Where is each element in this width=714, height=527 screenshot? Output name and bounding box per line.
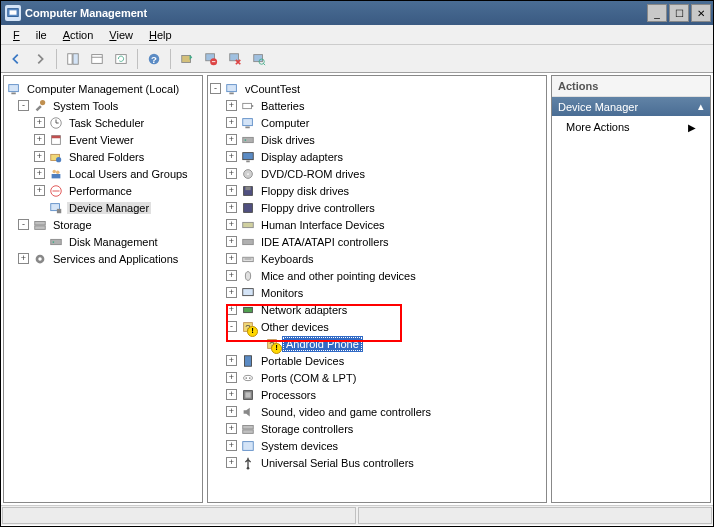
svg-rect-66 bbox=[245, 355, 252, 366]
nav-performance[interactable]: Performance bbox=[67, 185, 134, 197]
device-item[interactable]: Universal Serial Bus controllers bbox=[259, 457, 416, 469]
svg-point-37 bbox=[53, 241, 55, 243]
menu-action[interactable]: Action bbox=[55, 27, 102, 43]
expand-toggle[interactable]: - bbox=[18, 100, 29, 111]
expand-toggle[interactable]: + bbox=[226, 253, 237, 264]
svg-rect-45 bbox=[245, 126, 249, 128]
device-item[interactable]: Processors bbox=[259, 389, 318, 401]
expand-toggle[interactable]: + bbox=[226, 236, 237, 247]
expand-toggle[interactable]: - bbox=[210, 83, 221, 94]
storage-icon bbox=[240, 421, 256, 437]
device-item[interactable]: Ports (COM & LPT) bbox=[259, 372, 358, 384]
device-item[interactable]: Batteries bbox=[259, 100, 306, 112]
expand-toggle[interactable]: + bbox=[226, 389, 237, 400]
svg-rect-24 bbox=[52, 135, 61, 138]
ide-icon bbox=[240, 234, 256, 250]
expand-toggle[interactable]: + bbox=[226, 287, 237, 298]
device-item[interactable]: Floppy disk drives bbox=[259, 185, 351, 197]
device-item[interactable]: Computer bbox=[259, 117, 311, 129]
nav-task-scheduler[interactable]: Task Scheduler bbox=[67, 117, 146, 129]
svg-rect-2 bbox=[68, 53, 72, 64]
device-item[interactable]: Storage controllers bbox=[259, 423, 355, 435]
expand-toggle[interactable]: + bbox=[226, 202, 237, 213]
svg-rect-43 bbox=[252, 105, 254, 107]
keyboard-icon bbox=[240, 251, 256, 267]
scan-hardware-button[interactable] bbox=[248, 48, 270, 70]
expand-toggle[interactable]: + bbox=[226, 406, 237, 417]
menu-view[interactable]: View bbox=[101, 27, 141, 43]
device-item[interactable]: Android Phone bbox=[283, 337, 362, 351]
expand-toggle[interactable]: + bbox=[226, 185, 237, 196]
nav-event-viewer[interactable]: Event Viewer bbox=[67, 134, 136, 146]
device-item[interactable]: Other devices bbox=[259, 321, 331, 333]
forward-button[interactable] bbox=[29, 48, 51, 70]
nav-storage[interactable]: Storage bbox=[51, 219, 94, 231]
expand-toggle[interactable]: + bbox=[226, 440, 237, 451]
device-item[interactable]: Floppy drive controllers bbox=[259, 202, 377, 214]
expand-toggle[interactable]: - bbox=[18, 219, 29, 230]
expand-toggle[interactable]: - bbox=[226, 321, 237, 332]
menu-file[interactable]: File bbox=[5, 27, 55, 43]
expand-toggle[interactable]: + bbox=[226, 117, 237, 128]
expand-toggle[interactable]: + bbox=[34, 168, 45, 179]
shared-icon bbox=[48, 149, 64, 165]
expand-toggle[interactable]: + bbox=[226, 372, 237, 383]
svg-rect-36 bbox=[51, 239, 62, 244]
svg-rect-17 bbox=[9, 84, 19, 91]
properties-button[interactable] bbox=[86, 48, 108, 70]
expand-toggle[interactable]: + bbox=[34, 185, 45, 196]
device-item[interactable]: Network adapters bbox=[259, 304, 349, 316]
device-item[interactable]: Mice and other pointing devices bbox=[259, 270, 418, 282]
expand-toggle[interactable]: + bbox=[226, 219, 237, 230]
nav-shared-folders[interactable]: Shared Folders bbox=[67, 151, 146, 163]
expand-toggle[interactable]: + bbox=[226, 134, 237, 145]
show-hide-tree-button[interactable] bbox=[62, 48, 84, 70]
menu-help[interactable]: Help bbox=[141, 27, 180, 43]
device-item[interactable]: Monitors bbox=[259, 287, 305, 299]
device-item[interactable]: IDE ATA/ATAPI controllers bbox=[259, 236, 391, 248]
storage-icon bbox=[32, 217, 48, 233]
refresh-button[interactable] bbox=[110, 48, 132, 70]
actions-section[interactable]: Device Manager ▴ bbox=[552, 97, 710, 116]
more-actions[interactable]: More Actions ▶ bbox=[552, 116, 710, 138]
device-item[interactable]: System devices bbox=[259, 440, 340, 452]
computer-mgmt-icon bbox=[6, 81, 22, 97]
expand-toggle[interactable]: + bbox=[18, 253, 29, 264]
nav-disk-management[interactable]: Disk Management bbox=[67, 236, 160, 248]
expand-toggle[interactable]: + bbox=[226, 100, 237, 111]
svg-text:?: ? bbox=[245, 321, 250, 332]
back-button[interactable] bbox=[5, 48, 27, 70]
expand-toggle[interactable]: + bbox=[34, 134, 45, 145]
disable-button[interactable] bbox=[224, 48, 246, 70]
device-item[interactable]: Display adapters bbox=[259, 151, 345, 163]
nav-device-manager[interactable]: Device Manager bbox=[67, 202, 151, 214]
expand-toggle[interactable]: + bbox=[226, 151, 237, 162]
device-item[interactable]: Portable Devices bbox=[259, 355, 346, 367]
maximize-button[interactable]: ☐ bbox=[669, 4, 689, 22]
device-item[interactable]: Human Interface Devices bbox=[259, 219, 387, 231]
expand-toggle[interactable]: + bbox=[226, 457, 237, 468]
help-button[interactable]: ? bbox=[143, 48, 165, 70]
close-button[interactable]: ✕ bbox=[691, 4, 711, 22]
device-item[interactable]: Disk drives bbox=[259, 134, 317, 146]
device-item[interactable]: DVD/CD-ROM drives bbox=[259, 168, 367, 180]
expand-toggle[interactable]: + bbox=[34, 151, 45, 162]
update-driver-button[interactable] bbox=[176, 48, 198, 70]
device-root[interactable]: vCountTest bbox=[243, 83, 302, 95]
device-item[interactable]: Sound, video and game controllers bbox=[259, 406, 433, 418]
minimize-button[interactable]: _ bbox=[647, 4, 667, 22]
expand-toggle[interactable]: + bbox=[226, 168, 237, 179]
nav-root[interactable]: Computer Management (Local) bbox=[25, 83, 181, 95]
uninstall-button[interactable] bbox=[200, 48, 222, 70]
nav-services[interactable]: Services and Applications bbox=[51, 253, 180, 265]
expand-toggle[interactable]: + bbox=[226, 270, 237, 281]
expand-toggle[interactable]: + bbox=[34, 117, 45, 128]
expand-toggle[interactable]: + bbox=[226, 423, 237, 434]
expand-toggle[interactable]: + bbox=[226, 304, 237, 315]
nav-local-users[interactable]: Local Users and Groups bbox=[67, 168, 190, 180]
svg-rect-18 bbox=[11, 92, 15, 94]
expand-toggle[interactable]: + bbox=[226, 355, 237, 366]
svg-rect-42 bbox=[243, 103, 252, 108]
device-item[interactable]: Keyboards bbox=[259, 253, 316, 265]
nav-system-tools[interactable]: System Tools bbox=[51, 100, 120, 112]
